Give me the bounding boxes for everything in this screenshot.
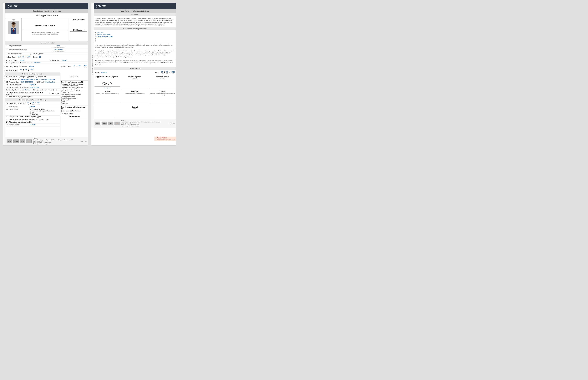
header-bar-page2: gob mx (94, 3, 176, 9)
visa-opt-6: Residencia permanente (61, 97, 87, 99)
marital-row: 9. Marital status: single married common… (5, 76, 60, 78)
section4-header: IV. Minors (94, 13, 176, 16)
nationality-value: Russia (62, 59, 87, 61)
autorizo-area (150, 97, 175, 104)
official-block: Official use only (69, 28, 88, 41)
deported-label: 23. Have you ever been deported from Méx… (6, 119, 38, 120)
country-issuing-value: Russia (29, 65, 58, 67)
cofemer-logo-2: COF MER (102, 122, 107, 125)
capturo-area (115, 111, 155, 118)
been-no-check (37, 116, 39, 118)
form-title: Visa application form (5, 13, 88, 18)
company-label: 14. Company or Institution's name: (6, 86, 30, 88)
phone-value: +7 (966) 000-00-00 (20, 81, 34, 83)
applicant-sig-area (95, 78, 120, 87)
address-label: 10. Current address: (6, 78, 20, 80)
section1-header: I. Personal information (5, 41, 88, 44)
passport-laissez: Laissez-Passer (61, 113, 73, 114)
date-issue-yyyy: 2011 (84, 65, 87, 67)
autorizo-sub: (Nombre y firma del funcionario que auto… (150, 93, 175, 95)
issue-row: a) Country issuing the document: Russia … (5, 64, 88, 68)
contact-line1: Ricardo Flores Magón no. 2, piso 3, Col.… (33, 139, 73, 140)
applicant-signature-svg (102, 80, 113, 86)
footer-contact-2: Contact: Ricardo Flores Magón no. 2, pis… (121, 120, 167, 127)
email-label: 12. E-mail: (37, 81, 44, 83)
country-live-label: 15. Country where you live: (6, 89, 24, 91)
place-date-section: Place: Moscow Date: 03 DD / 07 MM / 2018 (94, 70, 176, 75)
visa-opt-5: Residencia temporal (61, 95, 87, 97)
occupation-row: 13. Current occupation: Manager (5, 83, 60, 86)
doc-5: 5) (95, 40, 175, 42)
entry-point-value: Cancun (30, 106, 59, 108)
eagle-logo-2: 🦅 (115, 122, 120, 125)
deported-row: 23. Have you ever been deported from Méx… (5, 118, 60, 121)
autorizo-title: Autorizó (150, 91, 175, 93)
place-value: Moscow (101, 72, 154, 73)
secretaria-page1: Secretaría de Relaciones Exteriores (5, 9, 88, 13)
entry-yyyy: 2018 (37, 102, 40, 104)
doc-2-link: Reference from work (97, 34, 110, 35)
section2-header: II. Complementary information (5, 72, 60, 76)
father-sig-title: Father's signature (150, 76, 175, 77)
length-label: 21. Length of stay: (6, 109, 30, 110)
visa-type-section: Tipo de visa (marca con una X): Visitant… (60, 81, 88, 106)
criminal-row: 17. Do you have a criminal record in Mex… (5, 91, 60, 95)
capturo-section: Capturó (Firma) (94, 105, 176, 119)
doc-4: 4) (95, 38, 175, 40)
footer-email: E-mail: dgconsulares@sre.gob.mx (33, 143, 50, 145)
dob-yyyy: 1990 (27, 56, 30, 57)
applicant-sig-block: Applicant's name and signature Ivan Ivan… (94, 75, 121, 90)
recibio-sub: (Nombre y firma de quien recibe la solic… (95, 93, 120, 94)
entry-date-row: 19. Date of entry into Mexico: 01 DD / 0… (5, 101, 60, 105)
contact-label-2: Contact: (121, 120, 126, 121)
visa-opt-8-radio (61, 101, 63, 103)
dob-dd: 09 (18, 56, 19, 57)
legal-text-1: According to the Immigration Law and its… (94, 49, 176, 59)
date-issue-dd: 24 (74, 65, 75, 67)
more-180-radio (30, 111, 31, 113)
page-number-1: Page 1 of 2 (81, 140, 86, 142)
sex-female-radio (30, 53, 31, 55)
date-yyyy: 2018 (171, 71, 175, 73)
exp-mm: 08 (25, 69, 27, 71)
legal-no-radio (53, 89, 55, 91)
last-names-value: Ivan Ivanov (30, 49, 87, 51)
age-label: 5. Age: (33, 56, 38, 58)
passport-type-title: Tipo de pasaporte (marca con una X): (61, 106, 87, 110)
legal-text-2: The information contained in this applic… (94, 59, 176, 67)
signature-section: Applicant's name and signature Ivan Ivan… (94, 75, 176, 90)
entry-date-label: 19. Date of entry into Mexico: (6, 103, 25, 104)
age-value: 27 (39, 56, 41, 58)
legal-yes-check (48, 89, 49, 91)
applicant-photo (8, 21, 19, 34)
phone-row: 11. Phone number: +7 (966) 000-00-00 12.… (5, 81, 60, 83)
visa-opt-4-radio (61, 94, 63, 95)
contact-line2-2: 04100, México, D.F. (121, 123, 131, 124)
visa-opt-3-radio (61, 90, 63, 92)
sex-row: 3. Sex (mark with an X): Female Male (5, 52, 88, 55)
definitive-radio (30, 114, 31, 115)
page-2: The distribution of this form is free of… (91, 3, 176, 146)
visa-opt-9-radio (61, 103, 63, 105)
last-names-row: 2. First and second last names: Ivan Iva… (5, 48, 88, 52)
secretaria-page2: Secretaría de Relaciones Exteriores (94, 9, 176, 13)
doc-3: 3) Statement from the bank (95, 36, 175, 38)
doc-3-link: Statement from the bank (97, 36, 113, 38)
page-number-2: Page 2 of 2 (169, 123, 175, 124)
telephone-2: Telephone number: (55) 3686 - 5100 (121, 124, 139, 125)
place-label: Place: (95, 72, 99, 73)
length-stay-row: 21. Length of stay: Less than 180 days M… (5, 108, 60, 115)
visa-opt-4: Residente temporal estudiante (61, 94, 87, 95)
recibio-section: Recibió (Nombre y firma de quien recibe … (94, 90, 176, 105)
mexico-logo-2: MÉXICO (95, 122, 100, 125)
first-name-note: (As it appears in passport) (30, 47, 87, 48)
applicant-name: Ivan Ivanov (95, 87, 120, 89)
company-row: 14. Company or Institution's name: OOO «… (5, 86, 60, 89)
visa-opt-9: Servicio (61, 103, 87, 105)
entrevisto-sub: (Nombre y firma de quien entrevista) (122, 93, 148, 94)
photo-label: Photo (11, 19, 15, 20)
official-title: Official use only (73, 29, 84, 31)
marital-married-check (27, 76, 28, 77)
passport-label: 8. Passport or travel document number: (6, 62, 32, 64)
occupation-label: 13. Current occupation: (6, 84, 30, 85)
